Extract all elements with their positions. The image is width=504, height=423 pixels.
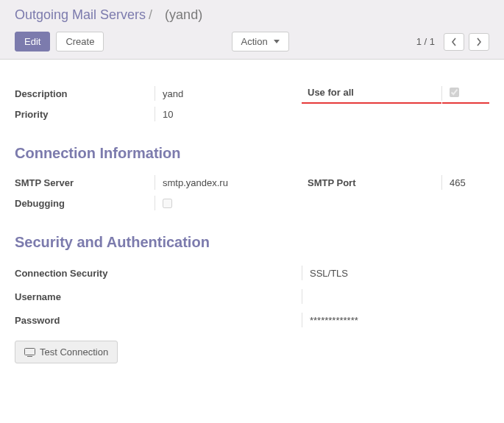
- breadcrumb: Outgoing Mail Servers / (yand): [15, 7, 489, 23]
- debugging-checkbox[interactable]: [163, 199, 172, 208]
- chevron-down-icon: [274, 40, 280, 43]
- action-dropdown[interactable]: Action: [232, 32, 289, 51]
- pager-prev-button[interactable]: [444, 33, 464, 51]
- use-for-all-checkbox[interactable]: [450, 88, 459, 97]
- username-label: Username: [15, 291, 302, 302]
- highlight-underline: [302, 102, 441, 104]
- test-connection-label: Test Connection: [40, 346, 108, 358]
- smtp-server-value: smtp.yandex.ru: [155, 175, 302, 190]
- breadcrumb-root[interactable]: Outgoing Mail Servers: [15, 7, 146, 23]
- priority-label: Priority: [15, 109, 155, 120]
- connection-security-label: Connection Security: [15, 268, 302, 279]
- create-button[interactable]: Create: [56, 32, 104, 51]
- breadcrumb-current: (yand): [165, 7, 202, 23]
- highlight-underline: [442, 102, 489, 104]
- pager-text: 1 / 1: [416, 36, 435, 47]
- chevron-left-icon: [451, 38, 457, 46]
- breadcrumb-separator: /: [149, 7, 152, 23]
- password-value: *************: [302, 313, 489, 327]
- password-label: Password: [15, 315, 302, 326]
- smtp-port-label: SMTP Port: [302, 177, 441, 188]
- description-label: Description: [15, 88, 155, 99]
- action-label: Action: [241, 36, 268, 47]
- test-connection-button[interactable]: Test Connection: [15, 341, 118, 363]
- use-for-all-label: Use for all: [308, 87, 354, 98]
- security-section-title: Security and Authentication: [15, 234, 489, 251]
- edit-button[interactable]: Edit: [15, 32, 50, 51]
- chevron-right-icon: [476, 38, 482, 46]
- username-value: [302, 289, 489, 304]
- svg-rect-0: [25, 348, 35, 355]
- description-value: yand: [155, 86, 302, 101]
- debugging-label: Debugging: [15, 198, 155, 209]
- pager-next-button[interactable]: [469, 33, 489, 51]
- priority-value: 10: [155, 107, 302, 121]
- connection-security-value: SSL/TLS: [302, 266, 489, 280]
- smtp-port-value: 465: [441, 175, 489, 190]
- monitor-icon: [24, 348, 35, 357]
- connection-section-title: Connection Information: [15, 145, 489, 162]
- smtp-server-label: SMTP Server: [15, 177, 155, 188]
